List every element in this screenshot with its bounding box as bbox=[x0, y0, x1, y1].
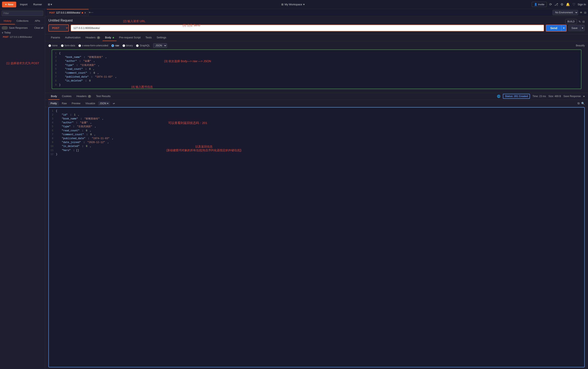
resp-line-1: 1 { bbox=[51, 109, 583, 113]
search-response-button[interactable]: 🔍 bbox=[581, 102, 585, 105]
eye-icon[interactable]: 👁 bbox=[580, 11, 582, 14]
request-code-editor[interactable]: 1 { 2 "book_name":"射雕英雄传", 3 "author":"金… bbox=[52, 50, 581, 89]
import-button[interactable]: Import bbox=[18, 2, 30, 7]
resp-line-5: 5 "type": "古装武侠剧", bbox=[51, 125, 583, 129]
radio-raw[interactable]: raw bbox=[112, 44, 119, 47]
bell-icon[interactable]: 🔔 bbox=[566, 2, 570, 6]
tab-modified-dot bbox=[82, 12, 83, 14]
save-dropdown-button[interactable]: ▾ bbox=[580, 25, 585, 31]
req-tab-params[interactable]: Params bbox=[48, 34, 62, 41]
resp-tab-headers[interactable]: Headers 7 bbox=[74, 93, 93, 100]
code-line-1: 1 { bbox=[54, 51, 579, 55]
sidebar: History Collections APIs Save Responses … bbox=[0, 9, 45, 369]
request-tabs: Params Authorization Headers 8 Body Pre-… bbox=[45, 34, 588, 41]
response-format-badge[interactable]: JSON ▾ bbox=[98, 101, 110, 105]
heart-icon[interactable]: ♡ bbox=[572, 2, 575, 6]
radio-graphql[interactable]: GraphQL bbox=[136, 44, 150, 47]
resp-headers-badge: 7 bbox=[88, 95, 91, 98]
today-label: Today bbox=[4, 31, 11, 34]
chevron-down-icon: ▾ bbox=[303, 3, 305, 6]
format-selector[interactable]: JSON bbox=[153, 43, 167, 48]
headers-badge: 8 bbox=[97, 36, 100, 39]
sort-button[interactable]: ⇌ bbox=[111, 101, 117, 106]
globe-icon: 🌐 bbox=[497, 95, 500, 98]
resp-line-3: 3 "book_name": "射雕英雄传", bbox=[51, 117, 583, 121]
resp-line-9: 9 "date_joined": "2020-12-12", bbox=[51, 141, 583, 144]
radio-none[interactable]: none bbox=[48, 44, 58, 47]
resp-line-7: 7 "comment_count": 0, bbox=[51, 133, 583, 137]
workspace-button[interactable]: ⊞ My Workspace ▾ bbox=[281, 3, 305, 6]
resp-inner-tab-raw[interactable]: Raw bbox=[60, 101, 69, 106]
resp-line-12: 12 } bbox=[51, 153, 583, 156]
tab-url-label: 127.0.0.1:8000/books/ bbox=[56, 11, 81, 14]
new-tab-button[interactable]: + bbox=[89, 11, 91, 14]
radio-form-data[interactable]: form-data bbox=[61, 44, 75, 47]
req-tab-tests[interactable]: Tests bbox=[143, 34, 154, 41]
resp-line-2: 2 "id": 1, bbox=[51, 113, 583, 117]
new-button[interactable]: + New bbox=[2, 2, 16, 7]
plus-icon: + bbox=[5, 3, 7, 6]
save-button-group: Save ▾ bbox=[568, 25, 585, 31]
resp-inner-tab-visualize[interactable]: Visualize bbox=[83, 101, 97, 106]
active-tab[interactable]: POST 127.0.0.1:8000/books/ × bbox=[47, 9, 89, 16]
history-url: 127.0.0.1:8000/books/ bbox=[10, 36, 32, 38]
settings-icon[interactable]: ⚙ bbox=[560, 2, 563, 6]
tabs-bar: POST 127.0.0.1:8000/books/ × + ··· No En… bbox=[45, 9, 588, 16]
radio-urlencoded[interactable]: x-www-form-urlencoded bbox=[78, 44, 108, 47]
sidebar-tab-history[interactable]: History bbox=[0, 18, 15, 24]
response-tabs-bar: Body Cookies Headers 7 Test Results 🌐 St… bbox=[45, 93, 588, 100]
invite-button[interactable]: 👤 Invite bbox=[532, 2, 547, 7]
send-dropdown-button[interactable]: ▾ bbox=[561, 25, 566, 31]
resp-inner-tab-preview[interactable]: Preview bbox=[70, 101, 82, 106]
req-tab-authorization[interactable]: Authorization bbox=[62, 34, 83, 41]
req-tab-prerequest[interactable]: Pre-request Script bbox=[117, 34, 143, 41]
view-button[interactable]: ⊞ ▾ bbox=[46, 2, 54, 7]
chevron-icon: ∨ bbox=[2, 31, 3, 34]
resp-line-6: 6 "read_count": 0, bbox=[51, 129, 583, 133]
history-item[interactable]: POST 127.0.0.1:8000/books/ bbox=[2, 35, 43, 39]
request-title: Untitled Request bbox=[48, 19, 73, 22]
time-info: Time: 23 ms bbox=[532, 95, 546, 98]
url-input[interactable] bbox=[71, 25, 544, 31]
resp-tab-test-results[interactable]: Test Results bbox=[93, 93, 113, 100]
today-section: ∨ Today bbox=[2, 31, 43, 34]
save-response-button[interactable]: Save Response bbox=[563, 95, 581, 98]
filter-input[interactable] bbox=[2, 11, 43, 16]
req-tab-headers[interactable]: Headers 8 bbox=[83, 34, 102, 41]
resp-tab-cookies[interactable]: Cookies bbox=[60, 93, 74, 100]
resp-tab-body[interactable]: Body bbox=[48, 93, 60, 100]
beautify-button[interactable]: Beautify bbox=[576, 44, 585, 47]
sidebar-tab-collections[interactable]: Collections bbox=[15, 18, 30, 24]
copy-response-button[interactable]: ⧉ bbox=[578, 102, 580, 105]
code-line-4: 4 "type":"古装武侠剧", bbox=[54, 63, 579, 67]
git-icon[interactable]: ⎇ bbox=[554, 2, 558, 6]
clear-all-button[interactable]: Clear all bbox=[34, 26, 43, 29]
env-settings-icon[interactable]: ⊟ bbox=[584, 11, 586, 14]
save-button[interactable]: Save bbox=[568, 25, 580, 31]
radio-binary[interactable]: binary bbox=[122, 44, 133, 47]
env-dropdown[interactable]: No Environment bbox=[553, 10, 578, 15]
save-resp-dropdown-icon[interactable]: ▾ bbox=[583, 95, 585, 98]
edit-icon[interactable]: ✎ bbox=[578, 20, 581, 23]
resp-line-11: 11 "hero": [] bbox=[51, 149, 583, 153]
sync-icon[interactable]: ⟳ bbox=[549, 2, 552, 6]
build-button[interactable]: BUILD bbox=[565, 19, 577, 24]
send-button[interactable]: Send bbox=[546, 25, 561, 31]
req-tab-body[interactable]: Body bbox=[102, 34, 117, 41]
code-line-2: 2 "book_name":"射雕英雄传", bbox=[54, 55, 579, 59]
settings-icon[interactable]: ⊟ bbox=[582, 20, 585, 23]
resp-inner-tab-pretty[interactable]: Pretty bbox=[48, 101, 59, 106]
req-tab-settings[interactable]: Settings bbox=[154, 34, 169, 41]
save-responses-toggle[interactable] bbox=[2, 26, 8, 30]
tab-method-label: POST bbox=[49, 12, 55, 14]
grid-icon: ⊞ bbox=[281, 3, 284, 6]
tab-close-icon[interactable]: × bbox=[84, 11, 86, 14]
more-tabs-button[interactable]: ··· bbox=[91, 11, 93, 14]
sidebar-tab-apis[interactable]: APIs bbox=[30, 18, 45, 24]
signin-button[interactable]: Sign In bbox=[578, 3, 586, 6]
runner-button[interactable]: Runner bbox=[31, 2, 44, 7]
request-panel: Untitled Request BUILD ✎ ⊟ POST Send ▾ S… bbox=[45, 16, 588, 34]
method-label: POST bbox=[3, 36, 8, 38]
method-select[interactable]: POST bbox=[48, 24, 69, 32]
code-line-9: 9 } bbox=[54, 83, 579, 87]
